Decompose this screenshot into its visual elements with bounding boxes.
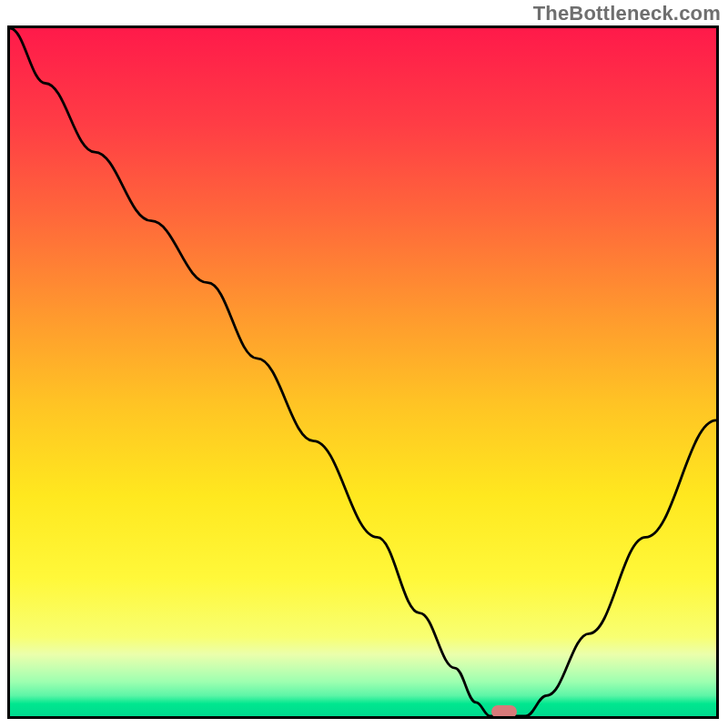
watermark-text: TheBottleneck.com (533, 2, 721, 25)
bottleneck-curve (10, 28, 716, 716)
chart-wrapper: TheBottleneck.com (0, 0, 728, 728)
plot-frame (7, 25, 719, 719)
optimal-point-marker (491, 705, 517, 718)
